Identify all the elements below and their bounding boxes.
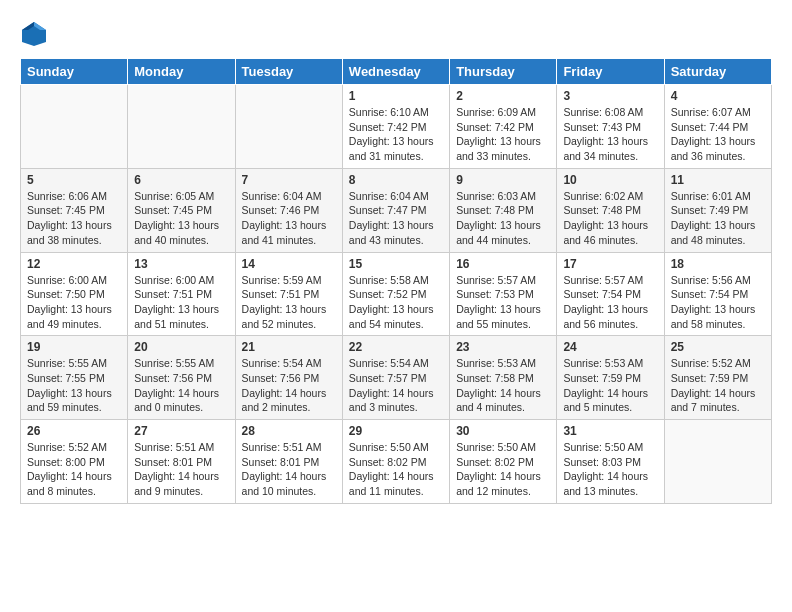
logo-icon <box>20 20 48 48</box>
calendar-cell: 24Sunrise: 5:53 AM Sunset: 7:59 PM Dayli… <box>557 336 664 420</box>
day-info: Sunrise: 5:50 AM Sunset: 8:03 PM Dayligh… <box>563 440 657 499</box>
calendar-cell: 15Sunrise: 5:58 AM Sunset: 7:52 PM Dayli… <box>342 252 449 336</box>
day-header-monday: Monday <box>128 59 235 85</box>
calendar-cell: 22Sunrise: 5:54 AM Sunset: 7:57 PM Dayli… <box>342 336 449 420</box>
calendar-cell <box>21 85 128 169</box>
day-number: 10 <box>563 173 657 187</box>
day-number: 6 <box>134 173 228 187</box>
day-info: Sunrise: 6:08 AM Sunset: 7:43 PM Dayligh… <box>563 105 657 164</box>
calendar-table: SundayMondayTuesdayWednesdayThursdayFrid… <box>20 58 772 504</box>
day-number: 21 <box>242 340 336 354</box>
day-info: Sunrise: 5:53 AM Sunset: 7:59 PM Dayligh… <box>563 356 657 415</box>
calendar-cell: 1Sunrise: 6:10 AM Sunset: 7:42 PM Daylig… <box>342 85 449 169</box>
logo <box>20 20 52 48</box>
calendar-cell <box>664 420 771 504</box>
day-number: 23 <box>456 340 550 354</box>
calendar-cell: 2Sunrise: 6:09 AM Sunset: 7:42 PM Daylig… <box>450 85 557 169</box>
calendar-cell: 18Sunrise: 5:56 AM Sunset: 7:54 PM Dayli… <box>664 252 771 336</box>
day-number: 12 <box>27 257 121 271</box>
calendar-cell: 27Sunrise: 5:51 AM Sunset: 8:01 PM Dayli… <box>128 420 235 504</box>
day-number: 4 <box>671 89 765 103</box>
day-number: 25 <box>671 340 765 354</box>
day-number: 1 <box>349 89 443 103</box>
day-number: 16 <box>456 257 550 271</box>
day-header-tuesday: Tuesday <box>235 59 342 85</box>
calendar-cell: 11Sunrise: 6:01 AM Sunset: 7:49 PM Dayli… <box>664 168 771 252</box>
day-number: 15 <box>349 257 443 271</box>
day-info: Sunrise: 6:02 AM Sunset: 7:48 PM Dayligh… <box>563 189 657 248</box>
day-header-friday: Friday <box>557 59 664 85</box>
day-info: Sunrise: 6:10 AM Sunset: 7:42 PM Dayligh… <box>349 105 443 164</box>
day-info: Sunrise: 5:51 AM Sunset: 8:01 PM Dayligh… <box>242 440 336 499</box>
day-number: 18 <box>671 257 765 271</box>
day-info: Sunrise: 5:50 AM Sunset: 8:02 PM Dayligh… <box>456 440 550 499</box>
day-info: Sunrise: 5:57 AM Sunset: 7:53 PM Dayligh… <box>456 273 550 332</box>
calendar-cell: 31Sunrise: 5:50 AM Sunset: 8:03 PM Dayli… <box>557 420 664 504</box>
day-number: 5 <box>27 173 121 187</box>
day-info: Sunrise: 5:56 AM Sunset: 7:54 PM Dayligh… <box>671 273 765 332</box>
day-info: Sunrise: 5:54 AM Sunset: 7:56 PM Dayligh… <box>242 356 336 415</box>
day-number: 22 <box>349 340 443 354</box>
day-number: 8 <box>349 173 443 187</box>
day-info: Sunrise: 5:57 AM Sunset: 7:54 PM Dayligh… <box>563 273 657 332</box>
day-header-saturday: Saturday <box>664 59 771 85</box>
day-number: 24 <box>563 340 657 354</box>
week-row-1: 1Sunrise: 6:10 AM Sunset: 7:42 PM Daylig… <box>21 85 772 169</box>
week-row-2: 5Sunrise: 6:06 AM Sunset: 7:45 PM Daylig… <box>21 168 772 252</box>
day-info: Sunrise: 5:52 AM Sunset: 7:59 PM Dayligh… <box>671 356 765 415</box>
calendar-cell: 3Sunrise: 6:08 AM Sunset: 7:43 PM Daylig… <box>557 85 664 169</box>
day-info: Sunrise: 5:55 AM Sunset: 7:56 PM Dayligh… <box>134 356 228 415</box>
calendar-cell: 21Sunrise: 5:54 AM Sunset: 7:56 PM Dayli… <box>235 336 342 420</box>
day-info: Sunrise: 5:58 AM Sunset: 7:52 PM Dayligh… <box>349 273 443 332</box>
day-info: Sunrise: 6:00 AM Sunset: 7:51 PM Dayligh… <box>134 273 228 332</box>
week-row-4: 19Sunrise: 5:55 AM Sunset: 7:55 PM Dayli… <box>21 336 772 420</box>
day-header-wednesday: Wednesday <box>342 59 449 85</box>
day-number: 28 <box>242 424 336 438</box>
week-row-5: 26Sunrise: 5:52 AM Sunset: 8:00 PM Dayli… <box>21 420 772 504</box>
calendar-cell: 12Sunrise: 6:00 AM Sunset: 7:50 PM Dayli… <box>21 252 128 336</box>
day-number: 9 <box>456 173 550 187</box>
week-row-3: 12Sunrise: 6:00 AM Sunset: 7:50 PM Dayli… <box>21 252 772 336</box>
day-number: 13 <box>134 257 228 271</box>
day-info: Sunrise: 5:51 AM Sunset: 8:01 PM Dayligh… <box>134 440 228 499</box>
day-info: Sunrise: 6:06 AM Sunset: 7:45 PM Dayligh… <box>27 189 121 248</box>
day-info: Sunrise: 5:55 AM Sunset: 7:55 PM Dayligh… <box>27 356 121 415</box>
calendar-cell: 26Sunrise: 5:52 AM Sunset: 8:00 PM Dayli… <box>21 420 128 504</box>
calendar-cell: 16Sunrise: 5:57 AM Sunset: 7:53 PM Dayli… <box>450 252 557 336</box>
page-header <box>20 20 772 48</box>
day-number: 17 <box>563 257 657 271</box>
day-number: 26 <box>27 424 121 438</box>
day-number: 19 <box>27 340 121 354</box>
calendar-cell: 25Sunrise: 5:52 AM Sunset: 7:59 PM Dayli… <box>664 336 771 420</box>
calendar-cell: 28Sunrise: 5:51 AM Sunset: 8:01 PM Dayli… <box>235 420 342 504</box>
calendar-cell <box>235 85 342 169</box>
calendar-cell: 13Sunrise: 6:00 AM Sunset: 7:51 PM Dayli… <box>128 252 235 336</box>
day-info: Sunrise: 6:00 AM Sunset: 7:50 PM Dayligh… <box>27 273 121 332</box>
day-number: 29 <box>349 424 443 438</box>
calendar-cell: 10Sunrise: 6:02 AM Sunset: 7:48 PM Dayli… <box>557 168 664 252</box>
day-number: 20 <box>134 340 228 354</box>
day-info: Sunrise: 6:07 AM Sunset: 7:44 PM Dayligh… <box>671 105 765 164</box>
day-header-sunday: Sunday <box>21 59 128 85</box>
day-info: Sunrise: 6:04 AM Sunset: 7:46 PM Dayligh… <box>242 189 336 248</box>
day-number: 3 <box>563 89 657 103</box>
calendar-cell: 5Sunrise: 6:06 AM Sunset: 7:45 PM Daylig… <box>21 168 128 252</box>
calendar-cell: 7Sunrise: 6:04 AM Sunset: 7:46 PM Daylig… <box>235 168 342 252</box>
calendar-cell: 29Sunrise: 5:50 AM Sunset: 8:02 PM Dayli… <box>342 420 449 504</box>
day-info: Sunrise: 6:01 AM Sunset: 7:49 PM Dayligh… <box>671 189 765 248</box>
day-header-thursday: Thursday <box>450 59 557 85</box>
calendar-cell: 19Sunrise: 5:55 AM Sunset: 7:55 PM Dayli… <box>21 336 128 420</box>
day-info: Sunrise: 5:59 AM Sunset: 7:51 PM Dayligh… <box>242 273 336 332</box>
calendar-cell: 17Sunrise: 5:57 AM Sunset: 7:54 PM Dayli… <box>557 252 664 336</box>
day-info: Sunrise: 5:53 AM Sunset: 7:58 PM Dayligh… <box>456 356 550 415</box>
day-number: 30 <box>456 424 550 438</box>
calendar-cell: 23Sunrise: 5:53 AM Sunset: 7:58 PM Dayli… <box>450 336 557 420</box>
header-row: SundayMondayTuesdayWednesdayThursdayFrid… <box>21 59 772 85</box>
day-number: 11 <box>671 173 765 187</box>
day-number: 2 <box>456 89 550 103</box>
day-number: 27 <box>134 424 228 438</box>
day-info: Sunrise: 5:50 AM Sunset: 8:02 PM Dayligh… <box>349 440 443 499</box>
day-info: Sunrise: 5:52 AM Sunset: 8:00 PM Dayligh… <box>27 440 121 499</box>
day-info: Sunrise: 6:05 AM Sunset: 7:45 PM Dayligh… <box>134 189 228 248</box>
calendar-cell: 20Sunrise: 5:55 AM Sunset: 7:56 PM Dayli… <box>128 336 235 420</box>
